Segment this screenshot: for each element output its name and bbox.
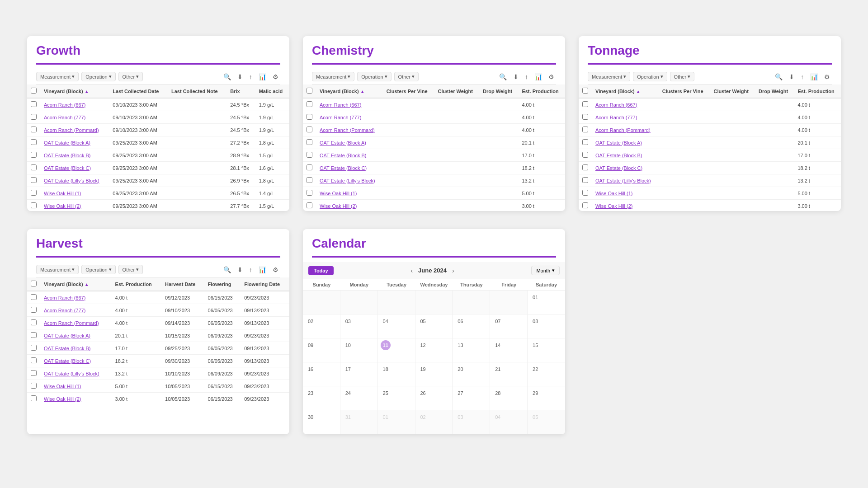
vineyard-link[interactable]: Acorn Ranch (667) — [595, 102, 637, 108]
calendar-day[interactable]: 02 — [303, 314, 340, 338]
vineyard-link[interactable]: OAT Estate (Block B) — [44, 346, 91, 351]
next-month-btn[interactable]: › — [450, 266, 456, 275]
vineyard-link[interactable]: OAT Estate (Lilly's Block) — [44, 371, 99, 376]
calendar-day[interactable]: 05 — [415, 314, 453, 338]
vineyard-link[interactable]: OAT Estate (Block A) — [595, 140, 642, 145]
calendar-day[interactable]: 13 — [453, 338, 490, 362]
vineyard-link[interactable]: Acorn Ranch (Pommard) — [595, 127, 651, 133]
harv-col-est-prod[interactable]: Est. Production — [112, 277, 161, 291]
calendar-day[interactable] — [340, 291, 378, 314]
settings-icon-btn[interactable]: ⚙ — [271, 72, 280, 81]
chemistry-other-btn[interactable]: Other ▾ — [394, 72, 419, 81]
calendar-day[interactable]: 25 — [378, 386, 415, 410]
harv-settings-icon-btn[interactable]: ⚙ — [271, 265, 280, 274]
vineyard-link[interactable]: OAT Estate (Block C) — [44, 358, 91, 364]
calendar-day[interactable]: 24 — [340, 386, 378, 410]
calendar-day[interactable]: 26 — [415, 386, 453, 410]
chem-col-drop-weight[interactable]: Drop Weight — [479, 84, 518, 98]
vineyard-link[interactable]: OAT Estate (Block A) — [320, 140, 366, 145]
ton-col-cluster-weight[interactable]: Cluster Weight — [710, 84, 755, 98]
row-checkbox[interactable] — [31, 332, 37, 338]
tonnage-other-btn[interactable]: Other ▾ — [670, 72, 695, 81]
harv-chart-icon-btn[interactable]: 📊 — [257, 265, 268, 274]
chem-export-icon-btn[interactable]: ↑ — [523, 72, 530, 81]
download-icon-btn[interactable]: ⬇ — [236, 72, 245, 81]
growth-measurement-btn[interactable]: Measurement ▾ — [36, 72, 79, 81]
row-checkbox[interactable] — [582, 202, 588, 208]
calendar-day[interactable] — [303, 291, 340, 314]
vineyard-link[interactable]: Wise Oak Hill (2) — [44, 203, 81, 209]
harv-export-icon-btn[interactable]: ↑ — [247, 265, 254, 274]
row-checkbox[interactable] — [307, 202, 312, 208]
calendar-day[interactable]: 14 — [490, 338, 528, 362]
calendar-day[interactable]: 16 — [303, 362, 340, 386]
row-checkbox[interactable] — [31, 345, 37, 351]
vineyard-link[interactable]: OAT Estate (Lilly's Block) — [320, 178, 375, 183]
row-checkbox[interactable] — [582, 177, 588, 183]
calendar-day[interactable] — [415, 291, 453, 314]
vineyard-link[interactable]: Wise Oak Hill (2) — [595, 203, 633, 209]
chemistry-operation-btn[interactable]: Operation ▾ — [357, 72, 391, 81]
chem-settings-icon-btn[interactable]: ⚙ — [547, 72, 556, 81]
row-checkbox[interactable] — [307, 164, 312, 170]
calendar-day[interactable]: 12 — [415, 338, 453, 362]
growth-col-note[interactable]: Last Collected Note — [168, 84, 226, 98]
growth-col-brix[interactable]: Brix — [226, 84, 255, 98]
chart-icon-btn[interactable]: 📊 — [257, 72, 268, 81]
vineyard-link[interactable]: OAT Estate (Lilly's Block) — [595, 178, 651, 183]
row-checkbox[interactable] — [582, 139, 588, 145]
calendar-day[interactable]: 22 — [528, 362, 565, 386]
chem-download-icon-btn[interactable]: ⬇ — [511, 72, 520, 81]
chem-col-cluster-weight[interactable]: Cluster Weight — [434, 84, 479, 98]
row-checkbox[interactable] — [307, 127, 312, 132]
vineyard-link[interactable]: OAT Estate (Block B) — [44, 153, 91, 158]
row-checkbox[interactable] — [31, 177, 37, 183]
chemistry-measurement-btn[interactable]: Measurement ▾ — [312, 72, 354, 81]
calendar-day[interactable]: 31 — [340, 410, 378, 434]
search-icon-btn[interactable]: 🔍 — [222, 72, 233, 81]
vineyard-link[interactable]: Wise Oak Hill (1) — [44, 191, 81, 196]
ton-col-vineyard[interactable]: Vineyard (Block) ▲ — [592, 84, 659, 98]
harv-col-vineyard[interactable]: Vineyard (Block) ▲ — [40, 277, 112, 291]
row-checkbox[interactable] — [31, 357, 37, 363]
calendar-day[interactable]: 02 — [415, 410, 453, 434]
calendar-day[interactable]: 20 — [453, 362, 490, 386]
tonnage-measurement-btn[interactable]: Measurement ▾ — [588, 72, 630, 81]
ton-col-est-prod[interactable]: Est. Production — [794, 84, 841, 98]
row-checkbox[interactable] — [31, 319, 37, 325]
calendar-day[interactable]: 01 — [378, 410, 415, 434]
row-checkbox[interactable] — [31, 383, 37, 389]
month-view-btn[interactable]: Month ▾ — [531, 266, 560, 275]
calendar-day[interactable]: 29 — [528, 386, 565, 410]
vineyard-link[interactable]: OAT Estate (Lilly's Block) — [44, 178, 99, 183]
chem-search-icon-btn[interactable]: 🔍 — [497, 72, 509, 81]
row-checkbox[interactable] — [307, 152, 312, 158]
row-checkbox[interactable] — [31, 139, 37, 145]
row-checkbox[interactable] — [307, 114, 312, 120]
row-checkbox[interactable] — [582, 101, 588, 107]
row-checkbox[interactable] — [582, 114, 588, 120]
calendar-day[interactable]: 23 — [303, 386, 340, 410]
calendar-day[interactable]: 28 — [490, 386, 528, 410]
row-checkbox[interactable] — [582, 164, 588, 170]
ton-col-clusters[interactable]: Clusters Per Vine — [659, 84, 710, 98]
harv-search-icon-btn[interactable]: 🔍 — [222, 265, 233, 274]
calendar-day[interactable]: 19 — [415, 362, 453, 386]
calendar-day[interactable]: 15 — [528, 338, 565, 362]
harv-select-all-checkbox[interactable] — [31, 281, 37, 286]
calendar-day[interactable]: 03 — [340, 314, 378, 338]
vineyard-link[interactable]: OAT Estate (Block C) — [44, 165, 91, 171]
vineyard-link[interactable]: Wise Oak Hill (2) — [320, 203, 357, 209]
growth-operation-btn[interactable]: Operation ▾ — [81, 72, 115, 81]
ton-chart-icon-btn[interactable]: 📊 — [808, 72, 820, 81]
vineyard-link[interactable]: OAT Estate (Block A) — [44, 140, 90, 145]
vineyard-link[interactable]: Acorn Ranch (777) — [44, 115, 85, 120]
calendar-day[interactable] — [490, 291, 528, 314]
row-checkbox[interactable] — [31, 294, 37, 300]
vineyard-link[interactable]: Acorn Ranch (777) — [44, 308, 85, 313]
today-button[interactable]: Today — [308, 266, 334, 275]
harv-col-flowering-date[interactable]: Flowering Date — [241, 277, 289, 291]
calendar-day[interactable]: 04 — [378, 314, 415, 338]
harvest-other-btn[interactable]: Other ▾ — [118, 265, 143, 274]
row-checkbox[interactable] — [307, 177, 312, 183]
